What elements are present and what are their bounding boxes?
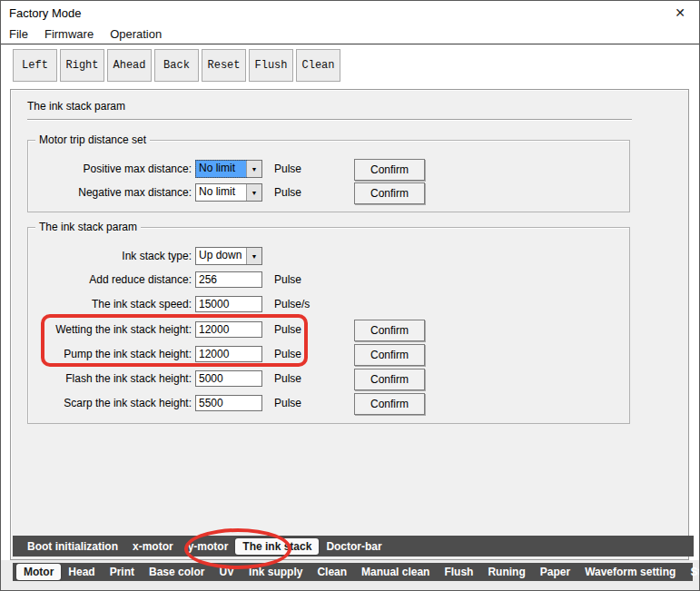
page-tab-bar: Boot initialization x-motor y-motor The …	[13, 536, 694, 557]
tab-waveform-setting[interactable]: Waveform setting	[577, 564, 683, 580]
tab-print[interactable]: Print	[103, 564, 142, 580]
tab-head[interactable]: Head	[61, 564, 102, 580]
confirm-button-wetting[interactable]: Confirm	[354, 320, 425, 341]
confirm-button-scarp[interactable]: Confirm	[354, 393, 425, 415]
pump-height-label: Pump the ink stack height:	[28, 348, 192, 360]
ink-stack-type-dropdown[interactable]: Up down ▼	[195, 247, 262, 265]
ink-stack-speed-row: The ink stack speed: Pulse/s	[28, 294, 629, 314]
unit-label: Pulse	[274, 163, 301, 175]
positive-max-distance-dropdown[interactable]: No limit ▼	[195, 160, 262, 178]
add-reduce-distance-input[interactable]	[195, 271, 262, 288]
tab-uv[interactable]: UV	[212, 564, 242, 580]
unit-label: Pulse	[274, 186, 301, 199]
tab-manual-clean[interactable]: Manual clean	[354, 564, 437, 580]
unit-label: Pulse	[274, 397, 301, 409]
left-button[interactable]: Left	[13, 49, 57, 82]
unit-label: Pulse	[274, 372, 301, 385]
dropdown-value: Up down	[196, 248, 246, 264]
tab-flush[interactable]: Flush	[437, 564, 480, 580]
scarp-height-row: Scarp the ink stack height: Pulse Confir…	[28, 393, 629, 413]
tab-statistics[interactable]: Statistics	[683, 564, 700, 580]
positive-max-distance-label: Positive max distance:	[28, 163, 192, 175]
unit-label: Pulse	[274, 348, 301, 360]
confirm-button-negative[interactable]: Confirm	[354, 182, 425, 204]
tab-x-motor[interactable]: x-motor	[125, 538, 181, 555]
wetting-height-label: Wetting the ink stack height:	[28, 323, 192, 336]
right-button[interactable]: Right	[60, 49, 104, 82]
section-separator	[27, 119, 632, 121]
ahead-button[interactable]: Ahead	[107, 49, 152, 82]
scarp-height-input[interactable]	[195, 395, 262, 411]
main-panel: The ink stack param Motor trip distance …	[10, 89, 689, 560]
close-icon: ✕	[675, 5, 685, 20]
add-reduce-distance-label: Add reduce distance:	[28, 273, 192, 286]
menu-firmware[interactable]: Firmware	[36, 27, 102, 41]
pump-height-row: Pump the ink stack height: Pulse Confirm	[28, 344, 629, 364]
confirm-button-flash[interactable]: Confirm	[354, 369, 425, 390]
flash-height-input[interactable]	[195, 370, 262, 387]
motor-trip-distance-group: Motor trip distance set Positive max dis…	[27, 140, 630, 212]
ink-stack-type-row: Ink stack type: Up down ▼	[28, 246, 629, 266]
factory-mode-window: Factory Mode ✕ File Firmware Operation L…	[0, 0, 700, 591]
unit-label: Pulse	[274, 323, 301, 336]
unit-label: Pulse/s	[274, 298, 310, 310]
positive-max-distance-row: Positive max distance: No limit ▼ Pulse …	[28, 159, 629, 179]
negative-max-distance-dropdown[interactable]: No limit ▼	[195, 183, 262, 202]
menu-bar: File Firmware Operation	[1, 25, 699, 44]
menu-file[interactable]: File	[1, 27, 36, 41]
group-title: Motor trip distance set	[35, 133, 150, 146]
menu-operation[interactable]: Operation	[102, 27, 170, 41]
ink-stack-speed-label: The ink stack speed:	[28, 298, 192, 310]
category-tab-bar: Motor Head Print Base color UV Ink suppl…	[13, 563, 693, 581]
negative-max-distance-row: Negative max distance: No limit ▼ Pulse …	[28, 182, 629, 202]
wetting-height-input[interactable]	[195, 321, 262, 338]
tab-paper[interactable]: Paper	[533, 564, 577, 580]
flash-height-row: Flash the ink stack height: Pulse Confir…	[28, 369, 629, 389]
pump-height-input[interactable]	[195, 346, 262, 362]
ink-stack-speed-input[interactable]	[195, 296, 262, 312]
add-reduce-distance-row: Add reduce distance: Pulse	[28, 270, 629, 290]
tab-clean[interactable]: Clean	[310, 564, 354, 580]
dropdown-arrow-icon[interactable]: ▼	[246, 184, 261, 201]
scarp-height-label: Scarp the ink stack height:	[28, 397, 192, 409]
flush-button[interactable]: Flush	[249, 49, 293, 82]
clean-button[interactable]: Clean	[296, 49, 340, 82]
dropdown-arrow-icon[interactable]: ▼	[246, 161, 261, 177]
tab-boot-initialization[interactable]: Boot initialization	[20, 538, 125, 555]
unit-label: Pulse	[274, 273, 301, 286]
close-button[interactable]: ✕	[661, 1, 699, 25]
window-title: Factory Mode	[1, 6, 81, 20]
tab-motor[interactable]: Motor	[16, 564, 61, 580]
confirm-button-pump[interactable]: Confirm	[354, 344, 425, 366]
confirm-button-positive[interactable]: Confirm	[354, 159, 425, 181]
section-title: The ink stack param	[27, 100, 125, 113]
dropdown-value: No limit	[196, 161, 246, 177]
title-bar: Factory Mode ✕	[1, 1, 699, 25]
tab-y-motor[interactable]: y-motor	[181, 538, 236, 555]
flash-height-label: Flash the ink stack height:	[28, 372, 192, 385]
tab-runing[interactable]: Runing	[480, 564, 532, 580]
tab-doctor-bar[interactable]: Doctor-bar	[319, 538, 389, 555]
tab-ink-supply[interactable]: Ink supply	[242, 564, 310, 580]
tab-the-ink-stack[interactable]: The ink stack	[235, 538, 319, 555]
toolbar: Left Right Ahead Back Reset Flush Clean	[13, 49, 343, 82]
ink-stack-type-label: Ink stack type:	[28, 250, 192, 262]
wetting-height-row: Wetting the ink stack height: Pulse Conf…	[28, 320, 629, 340]
reset-button[interactable]: Reset	[202, 49, 246, 82]
negative-max-distance-label: Negative max distance:	[28, 186, 192, 199]
ink-stack-param-group: The ink stack param Ink stack type: Up d…	[27, 227, 630, 424]
dropdown-arrow-icon[interactable]: ▼	[246, 248, 261, 264]
back-button[interactable]: Back	[154, 49, 199, 82]
dropdown-value: No limit	[196, 184, 246, 201]
tab-base-color[interactable]: Base color	[142, 564, 212, 580]
group-title: The ink stack param	[35, 221, 141, 233]
